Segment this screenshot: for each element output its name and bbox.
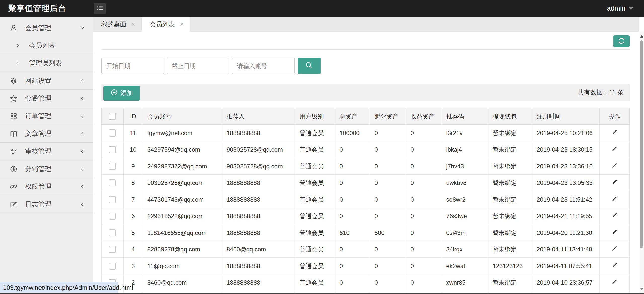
sidebar-item-article-management[interactable]: 文章管理 (0, 125, 93, 143)
row-checkbox[interactable] (109, 246, 116, 253)
member-table: ID会员账号推荐人用户级别总资产孵化资产收益资产推荐码提现钱包注册时间操作 11… (101, 108, 630, 294)
plus-circle-icon (110, 89, 118, 98)
scrollbar-thumb[interactable] (640, 40, 643, 248)
cell-total_assets: 0 (335, 258, 370, 274)
user-icon (10, 24, 18, 32)
close-icon[interactable]: × (131, 21, 135, 27)
content-panel: 添加 共有数据：11 条 ID会员账号推荐人用户级别总资产孵化资产收益资产推荐码… (93, 32, 639, 294)
row-checkbox[interactable] (109, 229, 116, 236)
pencil-icon (611, 228, 618, 236)
edit-button[interactable] (611, 195, 618, 203)
cell-id: 3 (123, 258, 143, 274)
cell-total_assets: 0 (335, 141, 370, 158)
table-row: 7447301743@qq.com1888888888普通会员000se8wr2… (102, 191, 630, 208)
column-header-incubate_assets: 孵化资产 (370, 108, 406, 125)
edit-button[interactable] (611, 262, 618, 269)
chevron-down-icon (79, 25, 86, 31)
cell-ref_code: j7hv43 (441, 158, 488, 175)
status-url: 103.tgymw.net/index.php/Admin/User/add.h… (3, 284, 133, 291)
log-icon (10, 200, 18, 208)
edit-button[interactable] (611, 278, 618, 286)
sidebar-item-distribution-management[interactable]: 分销管理 (0, 160, 93, 178)
sidebar-item-order-management[interactable]: 订单管理 (0, 107, 93, 125)
sidebar-item-audit-management[interactable]: 审核管理 (0, 143, 93, 160)
tab-member-list[interactable]: 会员列表× (142, 17, 190, 32)
table-row: 6229318522@qq.com1888888888普通会员00076s3we… (102, 208, 630, 224)
sidebar-item-log-management[interactable]: 日志管理 (0, 195, 93, 213)
sidebar-item-permission-management[interactable]: 权限管理 (0, 178, 93, 195)
row-checkbox[interactable] (109, 213, 116, 220)
sidebar-subitem-member-list[interactable]: 会员列表 (0, 37, 93, 54)
app-title: 聚享值管理后台 (8, 0, 66, 17)
cell-select (102, 258, 124, 274)
start-date-input[interactable] (101, 58, 164, 74)
cell-select (102, 141, 124, 158)
cell-level: 普通会员 (295, 274, 335, 291)
cell-account: 2492987372@qq.com (143, 158, 222, 175)
cell-ref_code: ibkaj4 (441, 141, 488, 158)
dollar-icon (10, 165, 18, 173)
sidebar-item-member-management[interactable]: 会员管理 (0, 19, 93, 37)
sidebar-item-package-management[interactable]: 套餐管理 (0, 90, 93, 107)
account-search-input[interactable] (232, 58, 295, 74)
edit-button[interactable] (611, 179, 618, 186)
cell-incubate_assets: 500 (370, 224, 406, 241)
row-checkbox[interactable] (109, 146, 116, 153)
cell-account: 229318522@qq.com (143, 208, 222, 224)
cell-level: 普通会员 (295, 241, 335, 258)
row-checkbox[interactable] (109, 196, 116, 203)
edit-button[interactable] (611, 129, 618, 136)
sidebar: 会员管理会员列表管理员列表网站设置套餐管理订单管理文章管理审核管理分销管理权限管… (0, 17, 93, 294)
edit-button[interactable] (611, 228, 618, 236)
close-icon[interactable]: × (180, 21, 184, 27)
cell-total_assets: 0 (335, 241, 370, 258)
end-date-input[interactable] (167, 58, 229, 74)
pencil-icon (611, 145, 618, 153)
sidebar-item-site-settings[interactable]: 网站设置 (0, 72, 93, 90)
link-icon (10, 183, 18, 191)
search-button[interactable] (298, 58, 321, 74)
select-all-checkbox[interactable] (109, 113, 116, 120)
user-menu[interactable]: admin (607, 0, 633, 17)
row-checkbox[interactable] (109, 179, 116, 186)
cell-referrer: 903025728@qq.com (222, 141, 295, 158)
cell-id: 11 (123, 125, 143, 141)
cell-wallet: 暂未绑定 (488, 274, 532, 291)
cell-total_assets: 100000 (335, 125, 370, 141)
cell-incubate_assets: 0 (370, 241, 406, 258)
scroll-down-arrow-icon[interactable] (640, 288, 643, 290)
sidebar-item-label: 审核管理 (25, 147, 79, 156)
cell-level: 普通会员 (295, 125, 335, 141)
row-checkbox[interactable] (109, 129, 116, 137)
edit-button[interactable] (611, 212, 618, 219)
cell-select (102, 224, 124, 241)
cell-id: 10 (123, 141, 143, 158)
tab-bar: 我的桌面×会员列表× (93, 17, 639, 32)
row-checkbox[interactable] (109, 163, 116, 170)
cell-total_assets: 0 (335, 175, 370, 191)
cell-wallet: 暂未绑定 (488, 158, 532, 175)
vertical-scrollbar[interactable] (639, 32, 644, 294)
scroll-up-arrow-icon[interactable] (640, 35, 643, 38)
edit-button[interactable] (611, 162, 618, 170)
row-checkbox[interactable] (109, 263, 116, 270)
tab-my-desktop[interactable]: 我的桌面× (93, 17, 142, 32)
panel-header (101, 32, 630, 50)
cell-incubate_assets: 0 (370, 258, 406, 274)
add-button[interactable]: 添加 (103, 86, 140, 101)
sidebar-subitem-admin-list[interactable]: 管理员列表 (0, 54, 93, 72)
sidebar-toggle-button[interactable] (94, 3, 106, 14)
edit-button[interactable] (611, 245, 618, 253)
chevron-left-icon (79, 183, 86, 190)
table-row: 8903025728@qq.com1888888888普通会员000uwkbv8… (102, 175, 630, 191)
refresh-button[interactable] (613, 35, 630, 47)
cell-account: 447301743@qq.com (143, 191, 222, 208)
sidebar-item-label: 订单管理 (25, 112, 79, 120)
cell-ref_code: 0si43m (441, 224, 488, 241)
cell-income_assets: 0 (406, 208, 441, 224)
cell-id: 7 (123, 191, 143, 208)
cell-total_assets: 0 (335, 208, 370, 224)
edit-button[interactable] (611, 145, 618, 153)
table-row: 11tgymw@net.com1888888888普通会员10000000l3r… (102, 125, 630, 141)
cell-incubate_assets: 0 (370, 208, 406, 224)
